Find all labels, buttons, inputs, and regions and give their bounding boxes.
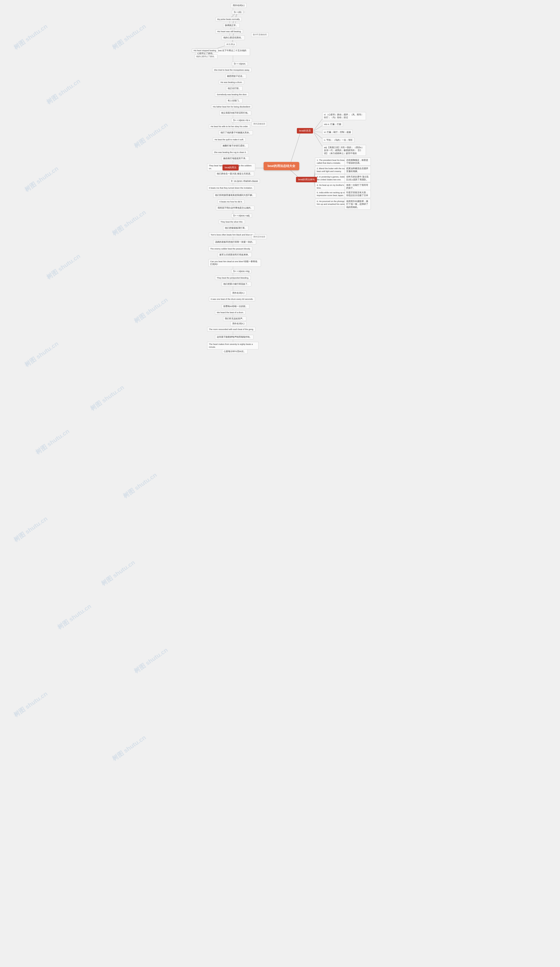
watermark: 树图 shutu.cn bbox=[122, 471, 158, 500]
cn-drum: 他正在打鼓。 bbox=[226, 86, 242, 91]
sub-s-ing: S+ + n/pron.+ing bbox=[231, 269, 251, 273]
note-noun-section2: 用作名词(n.) bbox=[231, 321, 246, 326]
watermark: 树图 shutu.cn bbox=[132, 296, 170, 325]
meaning-node-1: vl.（心脏等）跳动；搅拌；（风、雨等）吹打；（鸟）拍动；掠过 bbox=[322, 112, 366, 120]
example-cn-5: 印度尽管留没有大胜，却也以比分击败了日本 bbox=[344, 190, 371, 198]
watermark: 树图 shutu.cn bbox=[110, 734, 148, 763]
left-branch-node: beat的用法 bbox=[222, 165, 239, 170]
cn-how: 我简直不明白这件事他是怎么做的。 bbox=[216, 206, 254, 210]
watermark: 树图 shutu.cn bbox=[132, 121, 170, 150]
cn-node-2: 他的心脏还在跳动。 bbox=[222, 35, 245, 40]
watermark: 树图 shutu.cn bbox=[110, 22, 148, 52]
en-black-blue: Tom's boss often beats him black and blu… bbox=[209, 233, 255, 237]
cn-disobedient: 他父亲因为他不听话而打他。 bbox=[219, 111, 251, 116]
en-node-1: My pulse beats normally. bbox=[216, 17, 242, 21]
en-gong: The room resounded with each beat of the… bbox=[207, 327, 255, 332]
sub-s-npron: S+ + n/pron. bbox=[232, 62, 248, 66]
watermark: 树图 shutu.cn bbox=[110, 208, 148, 238]
sub-s-a: S+ +(A) bbox=[232, 10, 243, 14]
meaning-node-4: n. 节拍；（鸟的）一击；管区 bbox=[322, 137, 354, 142]
watermark: 树图 shutu.cn bbox=[23, 165, 60, 194]
en-disobedient: His father beat him for being disobedien… bbox=[211, 105, 252, 109]
cn-invitation: 他们拒绝接受邀请真使我感到大惑不解。 bbox=[213, 193, 256, 198]
watermark: 树图 shutu.cn bbox=[132, 646, 170, 675]
en-how: It beats me how he did it. bbox=[217, 200, 244, 204]
en-invitation: It beats me that they turned down the in… bbox=[207, 186, 254, 190]
watermark: 树图 shutu.cn bbox=[45, 77, 82, 107]
example-cn-6: 他突然扑向摄影师，痛打了他一顿，还摔碎了他的照相机。 bbox=[344, 199, 371, 210]
cn-silver: 他们把银锻炼薄打薄。 bbox=[223, 226, 249, 230]
watermark: 树图 shutu.cn bbox=[34, 427, 71, 457]
cn-quilt: 她翻打被子好使它柔软。 bbox=[221, 144, 249, 148]
note-node-1: 脉冲不及物动词 bbox=[251, 32, 268, 37]
en-silver: They beat the silver thin. bbox=[219, 220, 245, 224]
en-dead: Can you beat him dead at one blow?你能一拳将他… bbox=[209, 259, 261, 267]
watermark: 树图 shutu.cn bbox=[45, 252, 82, 282]
cn-60sec: 鼓瓒每60秒敲一次的鼓。 bbox=[222, 304, 249, 309]
cn-gong: 这间屋子随着锣每声响而嗡嗡作响。 bbox=[215, 335, 254, 339]
section-verb: 用作动词(v.) bbox=[231, 3, 247, 8]
en-heart-beats: The heart makes from seventy to eighty b… bbox=[207, 342, 259, 350]
sub-s-npron-tov: S+ + n/pron.+to v bbox=[231, 118, 252, 122]
meaning-node-3: vt. 打赢；敲打；控制；超越 bbox=[322, 130, 352, 135]
note-transitive: 用作及物动词 bbox=[252, 122, 267, 126]
meaning-node-2: vt& vi. 打赢；打败 bbox=[322, 122, 343, 127]
cn-soldiers: 他们拼命击一面大鼓,催促士兵前进。 bbox=[215, 172, 254, 176]
watermark: 树图 shutu.cn bbox=[89, 383, 126, 413]
center-node: beat的用法总结大全 bbox=[264, 162, 299, 170]
en-node-2: His heart was still beating. bbox=[216, 29, 243, 33]
example-cn-4: 他有一次敲打了我哥哥的孩子。 bbox=[344, 183, 371, 191]
meaning-node-5: adj.【美国口语】大吃一惊的；（俚语&）反传一代；成黑的；极度疲劳的；【口语】… bbox=[322, 145, 366, 156]
watermark: 树图 shutu.cn bbox=[12, 22, 49, 52]
right-meaning-branch: beat的意思 bbox=[297, 128, 313, 134]
watermark: 树图 shutu.cn bbox=[12, 690, 49, 719]
sub-it-clause: It~ sn./pron.+that/wh-clause bbox=[229, 179, 260, 183]
en-door: Somebody was beating the door. bbox=[215, 92, 249, 96]
en-60sec: It was one beat of the drum every 60 sec… bbox=[209, 297, 255, 301]
svg-line-1 bbox=[290, 131, 301, 165]
en-heard-drum: We heard the beat of a drum. bbox=[215, 310, 245, 314]
cn-door: 有人在敲门。 bbox=[226, 99, 242, 103]
watermark: 树图 shutu.cn bbox=[23, 340, 60, 369]
cn-peasant: 敌军士兵把那农民打得血淋淋。 bbox=[217, 252, 252, 257]
en-peasant: The enemy soldier beat the peasant blood… bbox=[209, 246, 252, 251]
en-pickpocket: They beat the pickpocket bleeding. bbox=[215, 276, 251, 280]
cn-black-blue: 汤姆的老板常把他打得青一块紫一块的。 bbox=[213, 240, 256, 244]
example-cn-1: 总统捶胸顿足，称那是个错误的交易。 bbox=[344, 158, 371, 166]
en-drum: He was beating a drum. bbox=[219, 80, 244, 84]
en-quilt: He beat the quilt to make it soft. bbox=[213, 137, 245, 142]
cn-mosquitoes: 她想把蚊子赶走。 bbox=[225, 74, 246, 79]
watermark: 树图 shutu.cn bbox=[99, 558, 137, 588]
far-left-cn: 他的心脏停止了跳动。 bbox=[195, 54, 217, 59]
cn-wife: 他打了他的妻子叫她服从其命。 bbox=[219, 130, 253, 135]
sub-s-adj: S+ + n/pron.+adj. bbox=[231, 214, 252, 218]
watermark: 树图 shutu.cn bbox=[12, 515, 49, 544]
example-cn-3: 在昨天的比赛中,瑞士队以2比1战胜了美国队。 bbox=[344, 174, 371, 182]
far-left-node: His heart stopped beating. bbox=[192, 49, 218, 53]
section-noun: 用作名词(n.) bbox=[231, 290, 246, 295]
cn-rug: 她在敲打地毯使其干净。 bbox=[222, 156, 249, 161]
cn-pickpocket: 他们把那小偷打得流血了。 bbox=[222, 282, 251, 286]
en-mosquitoes: She tried to beat the mosquitoes away. bbox=[212, 68, 252, 72]
cn-node-1: 脉搏跳正常。 bbox=[223, 23, 240, 28]
cn-heard-drum: 我们听见远处鼓声。 bbox=[223, 317, 246, 321]
en-node-at225: At 2.25 p bbox=[225, 42, 237, 46]
svg-line-20 bbox=[230, 12, 237, 31]
note-complement: 用作宾补动词 bbox=[252, 234, 267, 239]
en-rug: She was beating the rug to clean it. bbox=[212, 150, 248, 154]
example-cn-2: 把黄油和糖混合后搅拌至蓬松细腻。 bbox=[344, 166, 371, 174]
en-wife: He beat his wife to let her obey his ord… bbox=[209, 124, 250, 129]
watermark: 树图 shutu.cn bbox=[56, 602, 93, 632]
right-example-branch: beat的用法例句 bbox=[296, 177, 317, 182]
cn-heart-beats: 心脏每分钟70至80次。 bbox=[222, 349, 248, 354]
